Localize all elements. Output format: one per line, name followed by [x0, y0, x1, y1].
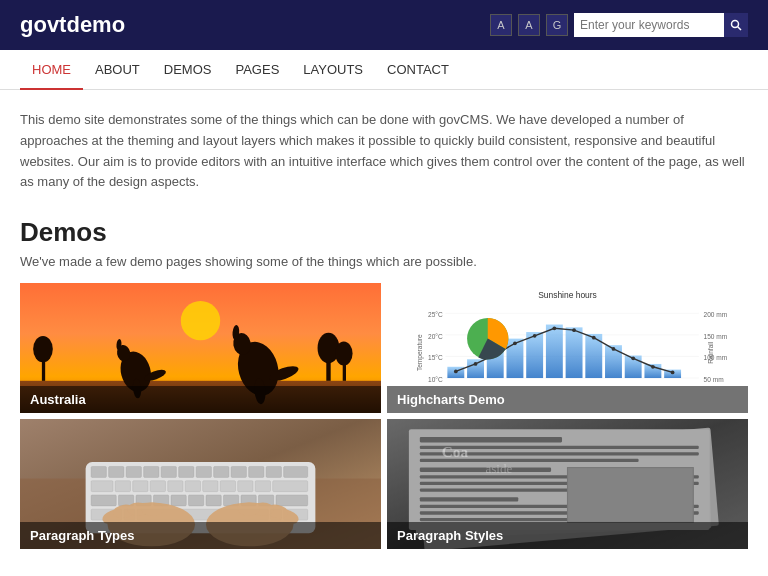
demo-card-highcharts-label: Highcharts Demo: [387, 386, 748, 413]
svg-rect-82: [185, 481, 200, 492]
svg-rect-71: [196, 467, 211, 478]
svg-point-57: [612, 347, 616, 351]
svg-rect-85: [238, 481, 253, 492]
nav: HOME ABOUT DEMOS PAGES LAYOUTS CONTACT: [0, 50, 768, 90]
svg-text:aside: aside: [485, 461, 512, 476]
font-size-medium-btn[interactable]: A: [518, 14, 540, 36]
svg-point-20: [33, 336, 53, 362]
demo-card-paragraph-styles[interactable]: Coa aside Paragraph Styles: [387, 419, 748, 549]
demo-grid: Australia Sunshine hours: [20, 283, 748, 549]
svg-point-50: [474, 362, 478, 366]
svg-rect-66: [109, 467, 124, 478]
svg-rect-83: [203, 481, 218, 492]
svg-rect-76: [284, 467, 308, 478]
demo-card-australia-label: Australia: [20, 386, 381, 413]
svg-rect-68: [144, 467, 159, 478]
header-right: A A G: [490, 13, 748, 37]
demo-card-australia[interactable]: Australia: [20, 283, 381, 413]
nav-item-demos[interactable]: DEMOS: [152, 50, 224, 90]
svg-rect-80: [150, 481, 165, 492]
svg-rect-88: [91, 495, 116, 506]
svg-rect-87: [273, 481, 308, 492]
search-box: [574, 13, 748, 37]
intro-text: This demo site demonstrates some of the …: [20, 110, 748, 193]
svg-rect-86: [255, 481, 270, 492]
svg-text:50 mm: 50 mm: [704, 376, 725, 383]
svg-point-0: [732, 21, 739, 28]
demo-card-highcharts[interactable]: Sunshine hours 25°C 20°C 15°C 10°C 200 m…: [387, 283, 748, 413]
svg-text:150 mm: 150 mm: [704, 333, 728, 340]
svg-rect-70: [179, 467, 194, 478]
svg-rect-38: [467, 359, 484, 378]
svg-rect-84: [220, 481, 235, 492]
svg-rect-79: [133, 481, 148, 492]
svg-text:Coa: Coa: [442, 443, 469, 460]
svg-text:Sunshine hours: Sunshine hours: [538, 290, 597, 300]
svg-rect-65: [91, 467, 106, 478]
search-input[interactable]: [574, 13, 724, 37]
svg-point-55: [572, 328, 576, 332]
demo-card-paragraph-types-label: Paragraph Types: [20, 522, 381, 549]
svg-rect-73: [231, 467, 246, 478]
search-icon: [730, 19, 742, 31]
svg-rect-69: [161, 467, 176, 478]
demos-section: Demos We've made a few demo pages showin…: [20, 217, 748, 549]
svg-point-60: [671, 371, 675, 375]
demo-card-paragraph-types[interactable]: Paragraph Types: [20, 419, 381, 549]
svg-line-1: [738, 27, 742, 31]
svg-rect-43: [566, 328, 583, 379]
site-title: govtdemo: [20, 12, 125, 38]
svg-text:Rainfall: Rainfall: [707, 341, 714, 363]
svg-text:Temperature: Temperature: [416, 334, 424, 371]
svg-rect-78: [115, 481, 130, 492]
svg-rect-81: [168, 481, 183, 492]
svg-point-59: [651, 365, 655, 369]
demo-card-paragraph-styles-label: Paragraph Styles: [387, 522, 748, 549]
svg-point-113: [238, 503, 260, 516]
svg-point-108: [141, 503, 163, 516]
svg-text:10°C: 10°C: [428, 376, 443, 383]
svg-point-56: [592, 336, 596, 340]
svg-rect-92: [171, 495, 186, 506]
svg-rect-42: [546, 325, 563, 378]
svg-text:200 mm: 200 mm: [704, 311, 728, 318]
svg-text:15°C: 15°C: [428, 354, 443, 361]
svg-point-54: [552, 327, 556, 331]
svg-rect-67: [126, 467, 141, 478]
svg-rect-94: [206, 495, 221, 506]
svg-rect-74: [249, 467, 264, 478]
svg-rect-41: [526, 332, 543, 378]
svg-rect-93: [188, 495, 203, 506]
svg-point-52: [513, 342, 517, 346]
svg-point-18: [335, 342, 353, 366]
svg-rect-98: [276, 495, 308, 506]
demos-subtitle: We've made a few demo pages showing some…: [20, 254, 748, 269]
svg-text:20°C: 20°C: [428, 333, 443, 340]
nav-item-about[interactable]: ABOUT: [83, 50, 152, 90]
demos-title: Demos: [20, 217, 748, 248]
svg-text:25°C: 25°C: [428, 311, 443, 318]
svg-rect-77: [91, 481, 113, 492]
font-size-large-btn[interactable]: G: [546, 14, 568, 36]
nav-item-home[interactable]: HOME: [20, 50, 83, 90]
svg-point-3: [181, 301, 220, 340]
header: govtdemo A A G: [0, 0, 768, 50]
nav-item-contact[interactable]: CONTACT: [375, 50, 461, 90]
search-button[interactable]: [724, 13, 748, 37]
svg-rect-72: [214, 467, 229, 478]
font-size-small-btn[interactable]: A: [490, 14, 512, 36]
svg-rect-75: [266, 467, 281, 478]
svg-point-53: [533, 334, 537, 338]
svg-point-58: [631, 357, 635, 361]
main-content: This demo site demonstrates some of the …: [0, 90, 768, 576]
nav-item-layouts[interactable]: LAYOUTS: [291, 50, 375, 90]
svg-point-49: [454, 370, 458, 374]
nav-item-pages[interactable]: PAGES: [223, 50, 291, 90]
